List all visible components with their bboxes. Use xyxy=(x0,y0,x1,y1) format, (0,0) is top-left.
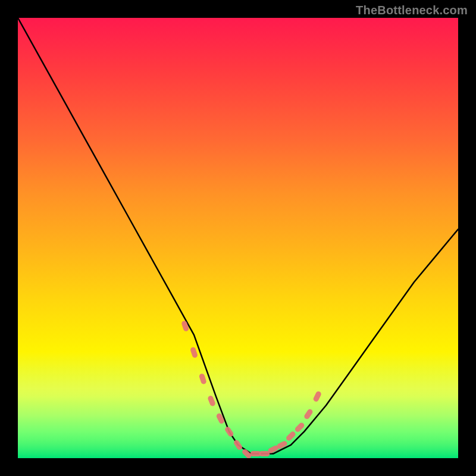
bottleneck-curve xyxy=(18,18,458,454)
curve-marker xyxy=(303,408,314,420)
chart-frame: TheBottleneck.com xyxy=(0,0,476,476)
curve-svg xyxy=(18,18,458,458)
curve-marker xyxy=(181,320,189,332)
curve-marker xyxy=(199,373,207,385)
curve-marker xyxy=(190,346,198,358)
curve-marker xyxy=(207,395,216,407)
plot-area xyxy=(18,18,458,458)
curve-marker xyxy=(312,390,322,402)
marker-group xyxy=(181,320,322,458)
curve-marker xyxy=(259,451,270,456)
watermark-text: TheBottleneck.com xyxy=(356,4,468,17)
